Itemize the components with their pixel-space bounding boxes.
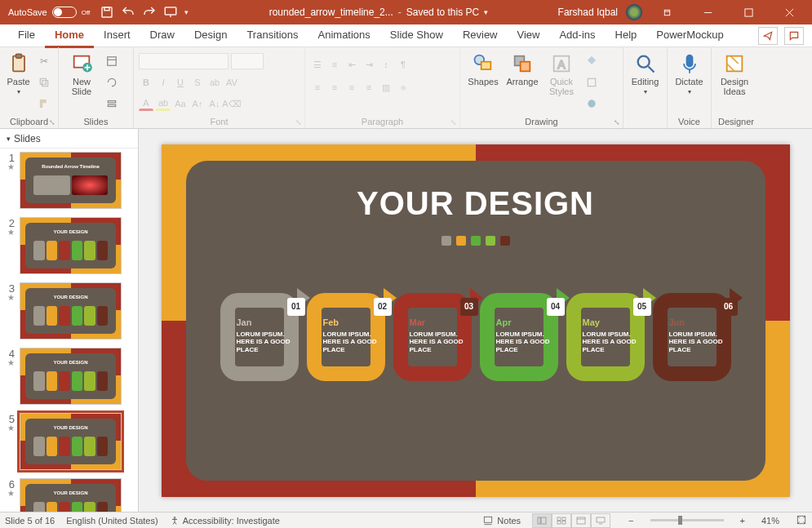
- underline-button[interactable]: U: [173, 75, 188, 90]
- tab-help[interactable]: Help: [606, 24, 647, 48]
- slide-canvas[interactable]: YOUR DESIGN 01 Jan LORUM IPSUM. HERE IS …: [162, 144, 790, 497]
- tab-draw[interactable]: Draw: [140, 24, 184, 48]
- slide-thumbnail[interactable]: YOUR DESIGN: [20, 413, 122, 470]
- accessibility-status[interactable]: Accessibility: Investigate: [170, 516, 280, 526]
- timeline-item[interactable]: 05 May LORUM IPSUM. HERE IS A GOOD PLACE: [561, 283, 653, 438]
- shape-effects-icon[interactable]: [583, 95, 601, 113]
- thumbnail-row[interactable]: 1★Rounded Arrow Timeline: [3, 152, 135, 209]
- maximize-button[interactable]: [732, 0, 765, 24]
- slide-thumbnail[interactable]: YOUR DESIGN: [20, 217, 122, 274]
- indent-more-button[interactable]: ⇥: [362, 57, 376, 72]
- close-button[interactable]: [773, 0, 805, 24]
- language-status[interactable]: English (United States): [66, 516, 158, 526]
- dialog-launcher-icon[interactable]: ⤡: [614, 118, 620, 126]
- dictate-button[interactable]: Dictate ▾: [672, 52, 706, 95]
- timeline-item[interactable]: 04 Apr LORUM IPSUM. HERE IS A GOOD PLACE: [475, 283, 566, 438]
- slide-title[interactable]: YOUR DESIGN: [186, 185, 765, 222]
- tab-powermockup[interactable]: PowerMockup: [646, 24, 733, 48]
- zoom-slider[interactable]: [650, 519, 724, 521]
- highlight-button[interactable]: ab: [156, 96, 171, 111]
- tab-view[interactable]: View: [508, 24, 550, 48]
- save-icon[interactable]: [100, 5, 114, 20]
- reset-icon[interactable]: [103, 73, 121, 91]
- dialog-launcher-icon[interactable]: ⤡: [295, 118, 302, 126]
- grow-font-button[interactable]: A↑: [190, 96, 205, 111]
- tab-file[interactable]: File: [8, 24, 45, 48]
- redo-icon[interactable]: [142, 5, 157, 20]
- notes-button[interactable]: Notes: [482, 515, 521, 526]
- tab-animations[interactable]: Animations: [308, 24, 380, 48]
- tab-insert[interactable]: Insert: [94, 24, 140, 48]
- share-button[interactable]: [758, 27, 778, 45]
- slide-position[interactable]: Slide 5 of 16: [5, 516, 55, 526]
- thumbnail-row[interactable]: 6★YOUR DESIGN: [3, 478, 135, 512]
- thumbnail-row[interactable]: 2★YOUR DESIGN: [3, 217, 135, 274]
- timeline-item[interactable]: 03 Mar LORUM IPSUM. HERE IS A GOOD PLACE: [388, 283, 480, 438]
- justify-button[interactable]: ≡: [362, 80, 376, 95]
- font-color-button[interactable]: A: [139, 96, 153, 111]
- thumbnail-row[interactable]: 5★YOUR DESIGN: [3, 413, 135, 470]
- format-painter-icon[interactable]: [35, 95, 53, 113]
- slide-thumbnail[interactable]: YOUR DESIGN: [20, 348, 122, 405]
- thumbnail-row[interactable]: 4★YOUR DESIGN: [3, 348, 135, 405]
- user-avatar[interactable]: [626, 4, 642, 20]
- chevron-down-icon[interactable]: ▾: [484, 8, 488, 16]
- timeline-item[interactable]: 01 Jan LORUM IPSUM. HERE IS A GOOD PLACE: [215, 283, 307, 438]
- case-button[interactable]: Aa: [173, 96, 188, 111]
- comments-button[interactable]: [784, 27, 804, 45]
- tab-transitions[interactable]: Transitions: [237, 24, 308, 48]
- indent-less-button[interactable]: ⇤: [344, 57, 359, 72]
- shapes-button[interactable]: Shapes: [465, 52, 501, 87]
- timeline-item[interactable]: 02 Feb LORUM IPSUM. HERE IS A GOOD PLACE: [302, 283, 393, 438]
- number-list-button[interactable]: ≡: [327, 57, 342, 72]
- ribbon-display-icon[interactable]: [650, 0, 683, 24]
- design-ideas-button[interactable]: Design Ideas: [717, 52, 752, 96]
- bold-button[interactable]: B: [139, 75, 153, 90]
- new-slide-button[interactable]: New Slide: [64, 52, 100, 96]
- slide-editor[interactable]: YOUR DESIGN 01 Jan LORUM IPSUM. HERE IS …: [139, 129, 812, 512]
- autosave-toggle[interactable]: [52, 7, 77, 18]
- layout-icon[interactable]: [103, 52, 121, 70]
- shadow-button[interactable]: ab: [207, 75, 222, 90]
- text-direction-button[interactable]: ¶: [396, 57, 410, 72]
- shrink-font-button[interactable]: A↓: [207, 96, 222, 111]
- align-right-button[interactable]: ≡: [344, 80, 359, 95]
- clear-format-button[interactable]: A⌫: [224, 96, 239, 111]
- copy-icon[interactable]: [35, 73, 53, 91]
- dialog-launcher-icon[interactable]: ⤡: [450, 118, 457, 126]
- sorter-view-button[interactable]: [552, 513, 571, 528]
- tab-add-ins[interactable]: Add-ins: [549, 24, 605, 48]
- line-spacing-button[interactable]: ↕: [379, 57, 393, 72]
- chevron-down-icon[interactable]: ▾: [184, 5, 199, 20]
- italic-button[interactable]: I: [156, 75, 171, 90]
- fit-to-window-button[interactable]: [796, 514, 807, 527]
- slide-thumbnail[interactable]: YOUR DESIGN: [20, 282, 122, 339]
- editing-button[interactable]: Editing ▾: [628, 52, 662, 95]
- zoom-level[interactable]: 41%: [761, 516, 779, 526]
- cut-icon[interactable]: ✂: [35, 52, 53, 70]
- columns-button[interactable]: ▥: [379, 80, 393, 95]
- slideshow-view-button[interactable]: [591, 513, 610, 528]
- tab-home[interactable]: Home: [45, 24, 94, 48]
- slide-thumbnail[interactable]: YOUR DESIGN: [20, 478, 122, 512]
- zoom-in-button[interactable]: +: [740, 516, 745, 526]
- section-icon[interactable]: [103, 95, 121, 113]
- smartart-button[interactable]: ⎆: [396, 80, 410, 95]
- vertical-scrollbar[interactable]: [801, 129, 812, 512]
- shape-fill-icon[interactable]: [583, 52, 601, 70]
- thumbnail-row[interactable]: 3★YOUR DESIGN: [3, 282, 135, 339]
- dialog-launcher-icon[interactable]: ⤡: [49, 118, 55, 126]
- undo-icon[interactable]: [121, 5, 135, 20]
- autosave-control[interactable]: AutoSave Off: [8, 7, 90, 18]
- reading-view-button[interactable]: [571, 513, 591, 528]
- spacing-button[interactable]: AV: [224, 75, 239, 90]
- tab-design[interactable]: Design: [184, 24, 237, 48]
- thumbnails-list[interactable]: 1★Rounded Arrow Timeline2★YOUR DESIGN3★Y…: [0, 149, 138, 512]
- align-center-button[interactable]: ≡: [327, 80, 342, 95]
- zoom-out-button[interactable]: −: [628, 516, 633, 526]
- align-left-button[interactable]: ≡: [310, 80, 325, 95]
- slide-thumbnail[interactable]: Rounded Arrow Timeline: [20, 152, 122, 209]
- tab-slide-show[interactable]: Slide Show: [380, 24, 453, 48]
- timeline-item[interactable]: 06 Jun LORUM IPSUM. HERE IS A GOOD PLACE: [648, 283, 739, 438]
- present-icon[interactable]: [163, 5, 178, 20]
